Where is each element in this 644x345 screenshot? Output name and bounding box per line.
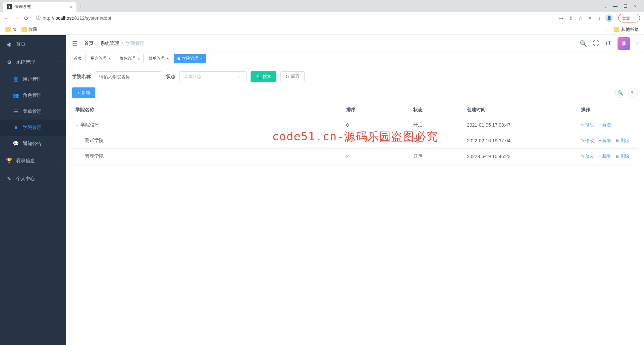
topbar: ☰ 首页 / 系统管理 / 学院管理 🔍 ⛶ тT ¥ ▾ bbox=[66, 35, 644, 52]
fullscreen-icon[interactable]: ⛶ bbox=[593, 40, 599, 47]
edit-icon: ✎ bbox=[581, 123, 584, 127]
profile-icon[interactable]: 👤 bbox=[605, 14, 613, 22]
tab-dept[interactable]: 学院管理× bbox=[174, 54, 206, 63]
add-child-button[interactable]: +新增 bbox=[599, 138, 611, 144]
star-icon[interactable]: ☆ bbox=[578, 15, 583, 21]
table-row: ⌄学院信息 0 开启 2021-01-05 17:03:47 ✎修改 +新增 bbox=[72, 117, 638, 133]
breadcrumb: 首页 / 系统管理 / 学院管理 bbox=[84, 41, 145, 47]
name-input[interactable] bbox=[95, 71, 162, 82]
tab-user[interactable]: 用户管理× bbox=[87, 54, 114, 63]
bookmark-fav[interactable]: 收藏 bbox=[21, 26, 37, 32]
sidebar-item-dept[interactable]: ♜学院管理 bbox=[0, 120, 66, 136]
browser-tab[interactable]: ¥ 管理系统 × bbox=[3, 2, 76, 12]
add-child-button[interactable]: +新增 bbox=[599, 153, 611, 159]
chevron-down-icon: ⌄ bbox=[57, 159, 60, 163]
plus-icon: + bbox=[77, 90, 80, 95]
edit-button[interactable]: ✎修改 bbox=[581, 153, 594, 159]
chevron-down-icon[interactable]: ⌄ bbox=[603, 4, 607, 9]
sidebar-item-notice[interactable]: 💬通知公告 bbox=[0, 136, 66, 152]
sidebar-item-match[interactable]: 🏆赛事信息⌄ bbox=[0, 152, 66, 170]
delete-button[interactable]: 🗑删除 bbox=[615, 138, 629, 144]
maximize-icon[interactable]: ☐ bbox=[624, 4, 628, 9]
caret-down-icon[interactable]: ▾ bbox=[636, 42, 638, 45]
fontsize-icon[interactable]: тT bbox=[605, 40, 611, 47]
sidebar: ◉首页 ⚙系统管理⌃ 👤用户管理 👥角色管理 ☰菜单管理 ♜学院管理 💬通知公告… bbox=[0, 35, 66, 345]
tab-home[interactable]: 首页 bbox=[70, 54, 86, 63]
trophy-icon: 🏆 bbox=[6, 158, 12, 164]
share-icon[interactable]: ⇪ bbox=[569, 15, 573, 21]
table-row: 测试学院 1 开启 2022-02-16 19:37:04 ✎修改 +新增 🗑删… bbox=[72, 133, 638, 149]
close-window-icon[interactable]: ✕ bbox=[634, 4, 637, 9]
name-label: 学院名称 bbox=[72, 74, 91, 80]
breadcrumb-home[interactable]: 首页 bbox=[84, 41, 94, 47]
back-icon[interactable]: ← bbox=[4, 15, 9, 21]
content: 学院名称 状态 菜单状态⌄ 🔍搜索 ↻重置 +新增 🔍 ↻ 学院名称 排序 bbox=[66, 65, 644, 345]
th-sort: 排序 bbox=[343, 103, 410, 117]
new-tab-button[interactable]: + bbox=[79, 3, 83, 10]
puzzle-icon[interactable]: ✦ bbox=[588, 15, 592, 21]
url-text: http://localhost:8112/system/dept bbox=[43, 15, 111, 21]
sidebar-item-menu[interactable]: ☰菜单管理 bbox=[0, 104, 66, 120]
bookmark-rx[interactable]: rx bbox=[5, 27, 16, 32]
reset-button[interactable]: ↻重置 bbox=[280, 71, 305, 82]
key-icon[interactable]: ⊶ bbox=[559, 15, 564, 21]
avatar[interactable]: ¥ bbox=[618, 37, 630, 50]
table-header-row: 学院名称 排序 状态 创建时间 操作 bbox=[72, 103, 638, 117]
status-select[interactable]: 菜单状态⌄ bbox=[179, 71, 247, 82]
tab-menu[interactable]: 菜单管理× bbox=[145, 54, 172, 63]
window-controls: ⌄ — ☐ ✕ bbox=[603, 4, 641, 9]
close-icon[interactable]: × bbox=[167, 57, 169, 61]
url-input[interactable]: ⓘ http://localhost:8112/system/dept bbox=[33, 14, 554, 22]
plus-icon: + bbox=[599, 154, 601, 159]
tab-role[interactable]: 角色管理× bbox=[116, 54, 143, 63]
chevron-down-icon: ⌄ bbox=[57, 177, 60, 181]
close-icon[interactable]: × bbox=[138, 57, 140, 61]
th-name: 学院名称 bbox=[72, 103, 343, 117]
tabs-row: 首页 用户管理× 角色管理× 菜单管理× 学院管理× bbox=[66, 52, 644, 65]
close-icon[interactable]: × bbox=[109, 57, 111, 61]
plus-icon: + bbox=[599, 123, 601, 127]
users-icon: 👥 bbox=[13, 92, 19, 98]
sitemap-icon: ♜ bbox=[13, 125, 19, 131]
sidebar-item-user[interactable]: 👤用户管理 bbox=[0, 71, 66, 87]
edit-button[interactable]: ✎修改 bbox=[581, 122, 594, 128]
search-icon[interactable]: 🔍 bbox=[580, 40, 587, 47]
breadcrumb-sys[interactable]: 系统管理 bbox=[100, 41, 119, 47]
sidebar-item-home[interactable]: ◉首页 bbox=[0, 35, 66, 53]
address-bar: ← → ⟳ ⓘ http://localhost:8112/system/dep… bbox=[0, 12, 644, 24]
bookmark-bar: rx 收藏 | 其他书签 bbox=[0, 24, 644, 35]
status-label: 状态 bbox=[166, 74, 175, 80]
minimize-icon[interactable]: — bbox=[613, 4, 618, 9]
other-bookmarks[interactable]: | 其他书签 bbox=[606, 26, 639, 32]
update-button[interactable]: 更新⋮ bbox=[618, 14, 640, 22]
address-right: ⊶ ⇪ ☆ ✦ ▯ 👤 更新⋮ bbox=[559, 14, 640, 22]
edit-icon: ✎ bbox=[581, 154, 584, 159]
th-created: 创建时间 bbox=[464, 103, 578, 117]
delete-button[interactable]: 🗑删除 bbox=[615, 153, 629, 159]
edit-button[interactable]: ✎修改 bbox=[581, 138, 594, 144]
favicon: ¥ bbox=[7, 4, 12, 9]
hamburger-icon[interactable]: ☰ bbox=[72, 40, 77, 47]
sidebar-item-system[interactable]: ⚙系统管理⌃ bbox=[0, 53, 66, 71]
forward-icon[interactable]: → bbox=[14, 15, 19, 21]
add-child-button[interactable]: +新增 bbox=[599, 122, 611, 128]
sidebar-item-profile[interactable]: ✎个人中心⌄ bbox=[0, 170, 66, 188]
main: ☰ 首页 / 系统管理 / 学院管理 🔍 ⛶ тT ¥ ▾ 首页 用户管理× 角… bbox=[66, 35, 644, 345]
search-button[interactable]: 🔍搜索 bbox=[251, 71, 276, 82]
sidebar-item-role[interactable]: 👥角色管理 bbox=[0, 87, 66, 104]
refresh-button[interactable]: ↻ bbox=[628, 88, 638, 98]
close-icon[interactable]: × bbox=[70, 4, 72, 9]
list-icon: ☰ bbox=[13, 109, 19, 115]
reload-icon[interactable]: ⟳ bbox=[24, 15, 29, 21]
search-toggle-button[interactable]: 🔍 bbox=[615, 88, 625, 98]
trash-icon: 🗑 bbox=[615, 138, 620, 143]
info-icon: ⓘ bbox=[36, 15, 41, 21]
search-form: 学院名称 状态 菜单状态⌄ 🔍搜索 ↻重置 bbox=[72, 71, 638, 82]
panel-icon[interactable]: ▯ bbox=[597, 15, 600, 21]
folder-icon bbox=[21, 27, 27, 32]
close-icon[interactable]: × bbox=[200, 57, 202, 61]
browser-tab-bar: ¥ 管理系统 × + ⌄ — ☐ ✕ bbox=[0, 0, 644, 12]
expand-icon[interactable]: ⌄ bbox=[75, 123, 78, 127]
add-button[interactable]: +新增 bbox=[72, 87, 95, 98]
edit-icon: ✎ bbox=[6, 176, 12, 182]
